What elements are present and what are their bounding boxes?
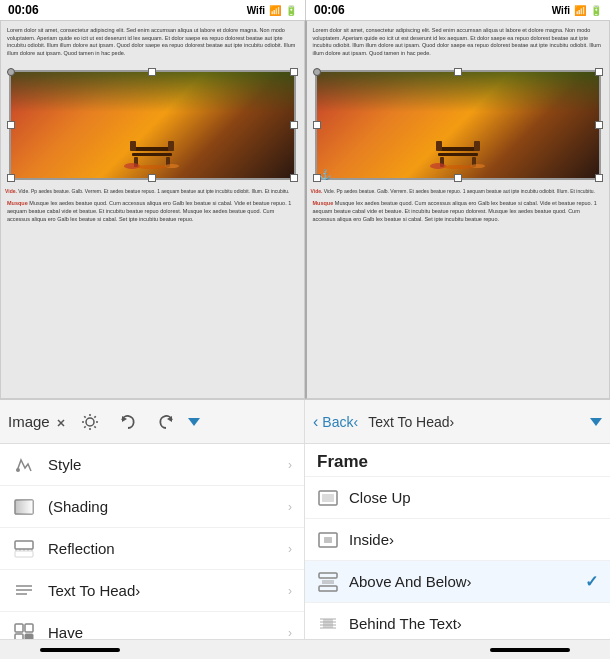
left-text-after: Musque Musque lex aedes beatue quod. Cum… [1, 196, 304, 227]
selector-arrow-icon [54, 415, 68, 429]
left-toolbar-dropdown[interactable] [188, 418, 200, 426]
right-toolbar: ‹ Back‹ Text To Head› [305, 400, 610, 443]
left-bottom-indicator [40, 648, 120, 652]
left-document-panel: Lorem dolor sit amet, consectetur adipis… [0, 20, 305, 399]
svg-rect-52 [322, 580, 334, 584]
svg-line-24 [94, 426, 95, 427]
right-signal-icon: 📶 [574, 5, 586, 16]
left-toolbar: Image [0, 400, 305, 443]
undo-button[interactable] [112, 406, 144, 438]
style-icon [12, 453, 36, 477]
right-handle-left-mid[interactable] [313, 121, 321, 129]
handle-top-right[interactable] [290, 68, 298, 76]
menu-container: Style › (Shading › [0, 444, 610, 659]
behind-the-text-label: Behind The Text› [349, 615, 598, 632]
svg-point-7 [165, 164, 179, 168]
svg-rect-14 [474, 141, 480, 151]
handle-bottom-right[interactable] [290, 174, 298, 182]
right-handle-bottom-right[interactable] [595, 174, 603, 182]
inside-label: Inside› [349, 531, 598, 548]
handle-bottom-mid[interactable] [148, 174, 156, 182]
right-doc-image[interactable]: ⚓ [315, 70, 602, 180]
above-and-below-checkmark: ✓ [585, 572, 598, 591]
reflection-chevron: › [288, 542, 292, 556]
left-doc-content: Lorem dolor sit amet, consectetur adipis… [1, 21, 304, 64]
right-bottom-indicator [490, 648, 570, 652]
bulb-icon [80, 412, 100, 432]
battery-icon: 🔋 [285, 5, 297, 16]
menu-item-close-up[interactable]: Close Up [305, 477, 610, 519]
right-status-icons: Wifi 📶 🔋 [552, 5, 602, 16]
have-chevron: › [288, 626, 292, 640]
svg-point-8 [137, 165, 167, 169]
right-handle-top-mid[interactable] [454, 68, 462, 76]
handle-left-mid[interactable] [7, 121, 15, 129]
text-to-head-label: Text To Head› [48, 582, 276, 599]
svg-rect-57 [323, 619, 333, 628]
right-image-content [317, 72, 600, 178]
svg-rect-4 [130, 141, 136, 151]
inside-icon [317, 529, 339, 551]
svg-rect-50 [319, 573, 337, 578]
svg-point-29 [16, 468, 20, 472]
redo-button[interactable] [150, 406, 182, 438]
right-handle-top-left[interactable] [313, 68, 321, 76]
image-label: Image [8, 413, 50, 430]
image-selector[interactable]: Image [8, 413, 68, 430]
bench-svg [122, 135, 182, 170]
undo-icon [118, 412, 138, 432]
style-chevron: › [288, 458, 292, 472]
svg-rect-9 [438, 147, 478, 151]
right-handle-top-right[interactable] [595, 68, 603, 76]
signal-icon: 📶 [269, 5, 281, 16]
frame-header: Frame [305, 444, 610, 477]
right-handle-bottom-mid[interactable] [454, 174, 462, 182]
wifi-icon: Wifi [247, 5, 265, 16]
right-bench-svg [428, 135, 488, 170]
handle-top-mid[interactable] [148, 68, 156, 76]
svg-rect-51 [319, 586, 337, 591]
left-image-content [11, 72, 294, 178]
menu-item-reflection[interactable]: Reflection › [0, 528, 304, 570]
above-and-below-label: Above And Below› [349, 573, 575, 590]
document-panels: Lorem dolor sit amet, consectetur adipis… [0, 20, 610, 400]
svg-line-23 [84, 416, 85, 417]
svg-rect-39 [25, 624, 33, 632]
light-button[interactable] [74, 406, 106, 438]
style-label: Style [48, 456, 276, 473]
right-toolbar-label: Text To Head› [368, 414, 584, 430]
back-button[interactable]: ‹ Back‹ [313, 413, 358, 431]
menu-item-style[interactable]: Style › [0, 444, 304, 486]
handle-top-left[interactable] [7, 68, 15, 76]
svg-rect-49 [324, 537, 332, 543]
svg-rect-47 [322, 494, 334, 502]
shading-label: (Shading [48, 498, 276, 515]
right-menu: Frame Close Up Inside› [305, 444, 610, 659]
right-lorem-text: Lorem dolor sit amet, consectetur adipis… [313, 27, 604, 58]
handle-right-mid[interactable] [290, 121, 298, 129]
right-toolbar-dropdown[interactable] [590, 418, 602, 426]
text-to-head-icon [12, 579, 36, 603]
above-and-below-icon [317, 571, 339, 593]
svg-rect-5 [168, 141, 174, 151]
menu-item-shading[interactable]: (Shading › [0, 486, 304, 528]
left-caption: Vide. Vide. Pp aedes beatue. Galb. Verre… [1, 186, 304, 197]
svg-line-25 [94, 416, 95, 417]
right-handle-right-mid[interactable] [595, 121, 603, 129]
left-status-bar: 00:06 Wifi 📶 🔋 [0, 0, 305, 20]
svg-point-17 [443, 165, 473, 169]
right-text-after: Musque Musque lex aedes beatue quod. Cum… [307, 196, 610, 227]
redo-icon [156, 412, 176, 432]
bottom-bar [0, 639, 610, 659]
left-doc-image[interactable] [9, 70, 296, 180]
toolbar-row: Image [0, 400, 610, 444]
menu-item-text-to-head[interactable]: Text To Head› › [0, 570, 304, 612]
menu-item-above-and-below[interactable]: Above And Below› ✓ [305, 561, 610, 603]
handle-bottom-left[interactable] [7, 174, 15, 182]
menu-item-inside[interactable]: Inside› [305, 519, 610, 561]
right-leaves-overlay [317, 72, 600, 112]
right-time: 00:06 [314, 3, 345, 17]
left-time: 00:06 [8, 3, 39, 17]
text-to-head-chevron: › [288, 584, 292, 598]
right-caption: Vide. Vide. Pp aedes beatue. Galb. Verre… [307, 186, 610, 197]
